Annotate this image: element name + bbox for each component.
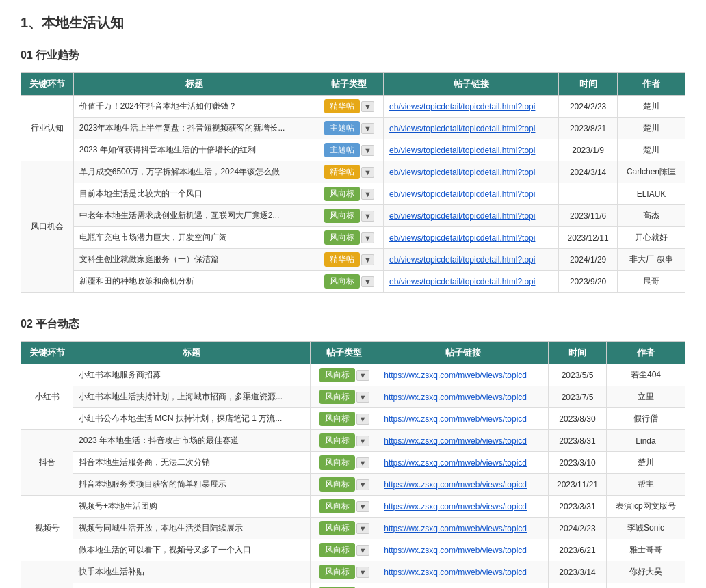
- time-cell: 2023/11/6: [559, 205, 618, 227]
- post-link[interactable]: https://wx.zsxq.com/mweb/views/topicd: [384, 436, 527, 446]
- type-dropdown[interactable]: ▼: [356, 392, 369, 403]
- table-header-cell: 帖子链接: [378, 342, 549, 364]
- type-dropdown[interactable]: ▼: [361, 145, 374, 156]
- post-link[interactable]: https://wx.zsxq.com/mweb/views/topicd: [384, 524, 527, 533]
- type-cell: 风向标▼: [311, 430, 378, 452]
- time-cell: 2023/3/10: [549, 452, 607, 474]
- link-cell[interactable]: https://wx.zsxq.com/mweb/views/topicd: [378, 386, 549, 408]
- section-2: 02 平台动态关键环节标题帖子类型帖子链接时间作者小红书小红书本地服务商招募风向…: [21, 317, 685, 588]
- post-link[interactable]: https://wx.zsxq.com/mweb/views/topicd: [384, 546, 527, 555]
- link-cell[interactable]: https://wx.zsxq.com/mweb/views/topicd: [378, 452, 549, 474]
- key-cell: 行业认知: [21, 96, 74, 161]
- type-dropdown[interactable]: ▼: [356, 501, 369, 512]
- type-dropdown[interactable]: ▼: [361, 254, 374, 265]
- type-dropdown[interactable]: ▼: [361, 167, 374, 178]
- link-cell[interactable]: eb/views/topicdetail/topicdetail.html?to…: [383, 227, 558, 249]
- post-link[interactable]: eb/views/topicdetail/topicdetail.html?to…: [389, 146, 535, 155]
- link-cell[interactable]: https://wx.zsxq.com/mweb/views/topicd: [378, 474, 549, 496]
- type-dropdown[interactable]: ▼: [361, 211, 374, 222]
- link-cell[interactable]: https://wx.zsxq.com/mweb/views/topicd: [378, 539, 549, 561]
- type-tag: 精华帖: [324, 252, 360, 267]
- time-cell: 2023/11/21: [549, 474, 607, 496]
- author-cell: 开心就好: [617, 227, 685, 249]
- link-cell[interactable]: eb/views/topicdetail/topicdetail.html?to…: [383, 161, 558, 183]
- link-cell[interactable]: eb/views/topicdetail/topicdetail.html?to…: [383, 271, 558, 293]
- type-dropdown[interactable]: ▼: [356, 545, 369, 556]
- post-link[interactable]: https://wx.zsxq.com/mweb/views/topicd: [384, 480, 527, 490]
- link-cell[interactable]: eb/views/topicdetail/topicdetail.html?to…: [383, 183, 558, 205]
- author-cell: 楚川: [617, 96, 685, 118]
- table-row: 新疆和田的种地政策和商机分析风向标▼eb/views/topicdetail/t…: [21, 271, 685, 293]
- type-dropdown[interactable]: ▼: [356, 414, 369, 425]
- table-row: 文科生创业就做家庭服务（一）保洁篇精华帖▼eb/views/topicdetai…: [21, 249, 685, 271]
- post-link[interactable]: eb/views/topicdetail/topicdetail.html?to…: [389, 168, 535, 177]
- author-cell: 楚川: [617, 118, 685, 139]
- link-cell[interactable]: https://wx.zsxq.com/mweb/views/topicd: [378, 561, 549, 583]
- type-dropdown[interactable]: ▼: [361, 101, 374, 112]
- post-link[interactable]: https://wx.zsxq.com/mweb/views/topicd: [384, 371, 527, 380]
- post-link[interactable]: https://wx.zsxq.com/mweb/views/topicd: [384, 458, 527, 468]
- post-link[interactable]: eb/views/topicdetail/topicdetail.html?to…: [389, 277, 535, 286]
- title-cell: 小红书公布本地生活 MCN 扶持计划，探店笔记 1 万流...: [73, 408, 311, 430]
- author-cell: 假行僧: [606, 408, 685, 430]
- author-cell: ELIAUK: [617, 183, 685, 205]
- type-cell: 风向标▼: [311, 583, 378, 589]
- link-cell[interactable]: eb/views/topicdetail/topicdetail.html?to…: [383, 139, 558, 161]
- post-link[interactable]: eb/views/topicdetail/topicdetail.html?to…: [389, 189, 535, 199]
- type-tag: 主题帖: [324, 121, 360, 135]
- type-dropdown[interactable]: ▼: [356, 457, 369, 468]
- key-cell: 风口机会: [21, 161, 74, 293]
- post-link[interactable]: https://wx.zsxq.com/mweb/views/topicd: [384, 567, 527, 577]
- link-cell[interactable]: https://wx.zsxq.com/mweb/views/topicd: [378, 496, 549, 518]
- title-cell: 新疆和田的种地政策和商机分析: [73, 271, 315, 293]
- post-link[interactable]: eb/views/topicdetail/topicdetail.html?to…: [389, 211, 535, 221]
- author-cell: 雅士哥哥: [606, 539, 685, 561]
- title-cell: 小红书本地生活扶持计划，上海城市招商，多渠道资源...: [73, 386, 311, 408]
- type-dropdown[interactable]: ▼: [361, 123, 374, 134]
- type-cell: 主题帖▼: [315, 118, 384, 139]
- link-cell[interactable]: eb/views/topicdetail/topicdetail.html?to…: [383, 249, 558, 271]
- title-cell: 2023 年如何获得抖音本地生活的十倍增长的红利: [73, 139, 315, 161]
- link-cell[interactable]: eb/views/topicdetail/topicdetail.html?to…: [383, 205, 558, 227]
- post-link[interactable]: https://wx.zsxq.com/mweb/views/topicd: [384, 392, 527, 402]
- link-cell[interactable]: eb/views/topicdetail/topicdetail.html?to…: [383, 118, 558, 139]
- table-row: 电瓶车充电市场潜力巨大，开发空间广阔风向标▼eb/views/topicdeta…: [21, 227, 685, 249]
- type-dropdown[interactable]: ▼: [356, 523, 369, 534]
- type-tag: 风向标: [319, 412, 355, 426]
- link-cell[interactable]: https://wx.zsxq.com/mweb/views/topicd: [378, 583, 549, 589]
- key-cell: 小红书: [21, 364, 73, 430]
- type-dropdown[interactable]: ▼: [361, 276, 374, 287]
- table-row: 中老年本地生活需求成创业新机遇，互联网大厂竟逐2...风向标▼eb/views/…: [21, 205, 685, 227]
- type-dropdown[interactable]: ▼: [361, 232, 374, 243]
- section-1: 01 行业趋势关键环节标题帖子类型帖子链接时间作者行业认知价值千万！2024年抖…: [21, 49, 685, 293]
- table-row: 风口机会单月成交6500万，万字拆解本地生活，2024年该怎么做精华帖▼eb/v…: [21, 161, 685, 183]
- post-link[interactable]: eb/views/topicdetail/topicdetail.html?to…: [389, 255, 535, 265]
- type-cell: 风向标▼: [311, 539, 378, 561]
- link-cell[interactable]: https://wx.zsxq.com/mweb/views/topicd: [378, 408, 549, 430]
- author-cell: 帮主: [606, 474, 685, 496]
- post-link[interactable]: https://wx.zsxq.com/mweb/views/topicd: [384, 414, 527, 424]
- post-link[interactable]: eb/views/topicdetail/topicdetail.html?to…: [389, 233, 535, 243]
- table-row: 抖音本地服务类项目获客的简单粗暴展示风向标▼https://wx.zsxq.co…: [21, 474, 685, 496]
- type-tag: 风向标: [319, 477, 355, 492]
- link-cell[interactable]: https://wx.zsxq.com/mweb/views/topicd: [378, 364, 549, 386]
- title-cell: 电瓶车充电市场潜力巨大，开发空间广阔: [73, 227, 315, 249]
- type-tag: 风向标: [319, 433, 355, 448]
- link-cell[interactable]: https://wx.zsxq.com/mweb/views/topicd: [378, 518, 549, 539]
- type-dropdown[interactable]: ▼: [361, 189, 374, 200]
- type-dropdown[interactable]: ▼: [356, 479, 369, 490]
- table-row: 抖音本地生活服务商，无法二次分销风向标▼https://wx.zsxq.com/…: [21, 452, 685, 474]
- post-link[interactable]: eb/views/topicdetail/topicdetail.html?to…: [389, 124, 535, 133]
- type-dropdown[interactable]: ▼: [356, 567, 369, 578]
- type-dropdown[interactable]: ▼: [356, 370, 369, 381]
- post-link[interactable]: https://wx.zsxq.com/mweb/views/topicd: [384, 502, 527, 511]
- link-cell[interactable]: eb/views/topicdetail/topicdetail.html?to…: [383, 96, 558, 118]
- time-cell: 2023/9/20: [559, 271, 618, 293]
- post-link[interactable]: eb/views/topicdetail/topicdetail.html?to…: [389, 102, 535, 111]
- time-cell: 2023/3/31: [549, 496, 607, 518]
- type-dropdown[interactable]: ▼: [356, 436, 369, 446]
- author-cell: 表演icp网文版号: [606, 496, 685, 518]
- time-cell: 2024/2/23: [559, 96, 618, 118]
- table-row: 2023 年如何获得抖音本地生活的十倍增长的红利主题帖▼eb/views/top…: [21, 139, 685, 161]
- link-cell[interactable]: https://wx.zsxq.com/mweb/views/topicd: [378, 430, 549, 452]
